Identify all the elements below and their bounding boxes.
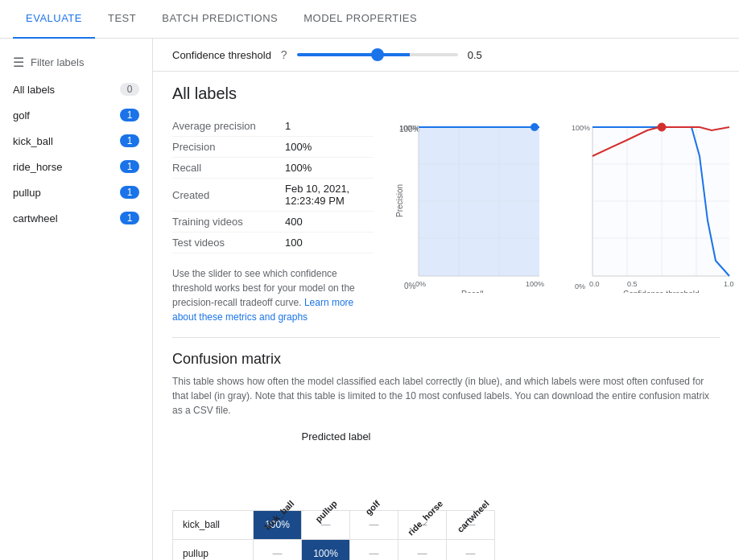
svg-text:0.5: 0.5 [627, 280, 638, 288]
confidence-chart: 100% 0% [567, 116, 739, 324]
sidebar-item-ride-horse[interactable]: ride_horse 1 [0, 154, 152, 179]
sidebar-item-label: All labels [13, 84, 55, 96]
svg-marker-11 [419, 127, 539, 276]
threshold-slider[interactable] [297, 53, 458, 56]
confusion-matrix-section: Confusion matrix This table shows how of… [153, 338, 739, 560]
cm-cell: — [350, 510, 398, 539]
metric-row: Test videos 100 [172, 233, 374, 253]
metric-key: Average precision [172, 116, 285, 137]
nav-model-props[interactable]: MODEL PROPERTIES [291, 0, 430, 39]
nav-batch[interactable]: BATCH PREDICTIONS [149, 0, 291, 39]
cm-col-cartwheel: cartwheel [447, 446, 495, 510]
metric-value: 100 [285, 233, 374, 253]
charts-area: 100% 0% Precision [393, 116, 739, 324]
sidebar-item-kick-ball[interactable]: kick_ball 1 [0, 128, 152, 154]
confusion-matrix-desc: This table shows how often the model cla… [172, 374, 720, 418]
svg-text:100%: 100% [572, 124, 590, 132]
cm-cell: 100% [302, 539, 350, 560]
confusion-matrix-table: Predicted label kick_ball [172, 430, 495, 560]
sidebar-item-badge: 1 [120, 186, 139, 199]
svg-text:100%: 100% [526, 280, 544, 288]
metric-row: Precision 100% [172, 137, 374, 158]
svg-rect-19 [592, 127, 729, 276]
metric-row: Training videos 400 [172, 212, 374, 233]
metric-key: Training videos [172, 212, 285, 233]
cm-col-ride-horse: ride_horse [398, 446, 447, 510]
svg-text:0%: 0% [575, 282, 585, 290]
metric-value: 100% [285, 158, 374, 179]
svg-point-12 [531, 123, 539, 131]
main-content: Confidence threshold ? 0.5 All labels Av… [153, 39, 739, 560]
svg-text:Confidence threshold: Confidence threshold [623, 290, 700, 293]
sidebar-item-label: ride_horse [13, 161, 62, 173]
metric-key: Precision [172, 137, 285, 158]
sidebar-item-golf[interactable]: golf 1 [0, 102, 152, 128]
metrics-row: Average precision 1 Precision 100% Recal… [172, 116, 720, 324]
sidebar-item-badge: 1 [120, 160, 139, 173]
sidebar: ☰ Filter labels All labels 0 golf 1 kick… [0, 39, 153, 560]
nav-test[interactable]: TEST [95, 0, 149, 39]
metric-key: Recall [172, 158, 285, 179]
threshold-value: 0.5 [468, 49, 482, 61]
filter-labels-label: Filter labels [31, 56, 84, 68]
cm-col-pullup: pullup [302, 446, 350, 510]
metric-key: Created [172, 179, 285, 212]
sidebar-item-pullup[interactable]: pullup 1 [0, 179, 152, 205]
svg-text:1.0: 1.0 [724, 280, 734, 288]
cm-col-headers: kick_ball pullup golf [173, 446, 495, 510]
svg-text:Precision: Precision [395, 184, 404, 217]
svg-text:0%: 0% [415, 280, 426, 288]
layout: ☰ Filter labels All labels 0 golf 1 kick… [0, 39, 739, 560]
top-nav: EVALUATE TEST BATCH PREDICTIONS MODEL PR… [0, 0, 739, 39]
sidebar-item-label: kick_ball [13, 135, 53, 147]
svg-point-28 [658, 123, 666, 131]
svg-text:100%: 100% [399, 124, 418, 132]
threshold-label: Confidence threshold [172, 49, 271, 61]
svg-text:0%: 0% [404, 282, 416, 290]
menu-icon: ☰ [13, 55, 24, 70]
help-text: Use the slider to see which confidence t… [172, 266, 374, 324]
nav-evaluate[interactable]: EVALUATE [13, 0, 95, 39]
cm-cell: — [398, 539, 447, 560]
sidebar-item-badge: 1 [120, 212, 139, 224]
cm-header-row: Predicted label [173, 430, 495, 446]
precision-recall-chart: 100% 0% Precision [393, 116, 554, 324]
sidebar-item-all-labels[interactable]: All labels 0 [0, 76, 152, 102]
sidebar-item-label: cartwheel [13, 212, 58, 224]
confusion-table-wrapper: Predicted label kick_ball [172, 430, 720, 560]
metric-row: Created Feb 10, 2021, 12:23:49 PM [172, 179, 374, 212]
metric-row: Recall 100% [172, 158, 374, 179]
sidebar-item-label: pullup [13, 187, 41, 199]
cm-col-golf: golf [350, 446, 398, 510]
predicted-label-header: Predicted label [302, 430, 371, 443]
sidebar-item-cartwheel[interactable]: cartwheel 1 [0, 205, 152, 231]
filter-labels-row: ☰ Filter labels [0, 48, 152, 76]
cm-row-label: pullup [173, 539, 254, 560]
sidebar-item-badge: 1 [120, 109, 139, 121]
metric-value: 400 [285, 212, 374, 233]
metric-value: 100% [285, 137, 374, 158]
threshold-help-icon[interactable]: ? [281, 48, 287, 61]
sidebar-item-badge: 1 [120, 134, 139, 147]
cm-row-pullup: pullup — 100% — — — [173, 539, 495, 560]
all-labels-section: All labels Average precision 1 Precision [153, 72, 739, 337]
metric-value: 1 [285, 116, 374, 137]
sidebar-item-badge: 0 [120, 83, 139, 96]
cm-cell: — [447, 539, 495, 560]
metrics-table: Average precision 1 Precision 100% Recal… [172, 116, 374, 324]
metric-value: Feb 10, 2021, 12:23:49 PM [285, 179, 374, 212]
cm-col-kick-ball: kick_ball [254, 446, 302, 510]
section-title: All labels [172, 84, 720, 103]
svg-text:0.0: 0.0 [589, 280, 600, 288]
cm-row-kick-ball: kick_ball 100% — — — — [173, 510, 495, 539]
svg-text:Recall: Recall [461, 290, 484, 293]
cm-cell: — [254, 539, 302, 560]
threshold-bar: Confidence threshold ? 0.5 [153, 39, 739, 72]
cm-row-label: kick_ball [173, 510, 254, 539]
metric-row: Average precision 1 [172, 116, 374, 137]
confusion-matrix-title: Confusion matrix [172, 351, 720, 368]
metric-key: Test videos [172, 233, 285, 253]
sidebar-item-label: golf [13, 109, 30, 121]
cm-cell: — [350, 539, 398, 560]
